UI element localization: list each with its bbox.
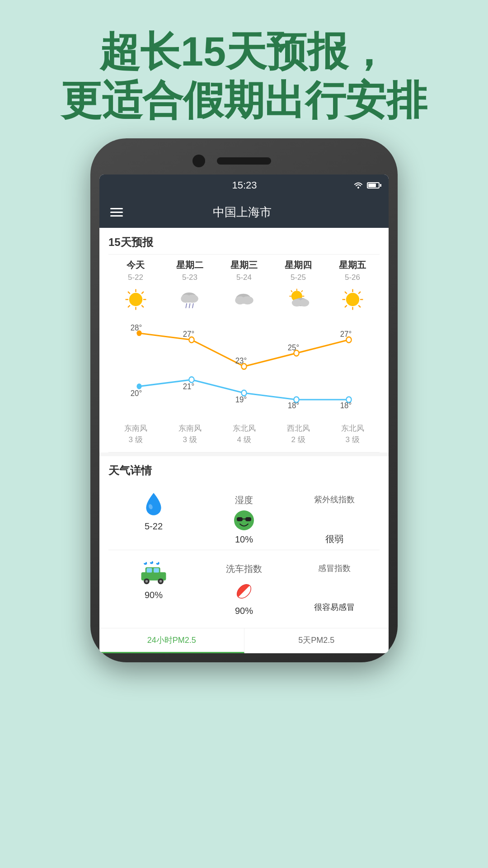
wind-dir-5: 东北风 bbox=[341, 423, 364, 434]
svg-text:20°: 20° bbox=[131, 388, 142, 398]
phone-outer: 15:23 bbox=[90, 138, 398, 662]
forecast-title: 15天预报 bbox=[108, 235, 380, 250]
wind-dir-1: 东南风 bbox=[124, 423, 147, 434]
day-name-5: 星期五 bbox=[339, 259, 366, 271]
svg-rect-60 bbox=[245, 517, 251, 521]
wifi-icon bbox=[353, 182, 363, 189]
weather-icon-rain-2 bbox=[176, 286, 203, 313]
wind-4: 西北风 2 级 bbox=[271, 423, 325, 445]
svg-line-6 bbox=[128, 292, 130, 294]
humidity-label-item: 湿度 bbox=[199, 485, 289, 550]
details-section: 天气详情 5-22 bbox=[99, 453, 389, 628]
uv-percent: 10% bbox=[235, 534, 253, 545]
status-bar: 15:23 bbox=[99, 175, 389, 196]
phone-camera bbox=[192, 155, 205, 167]
app-content: 15天预报 今天 5-22 bbox=[99, 228, 389, 653]
battery-icon bbox=[367, 182, 380, 189]
wind-lvl-3: 4 级 bbox=[237, 434, 251, 445]
svg-line-7 bbox=[141, 305, 144, 307]
svg-line-15 bbox=[192, 303, 193, 307]
svg-point-27 bbox=[299, 299, 309, 307]
day-date-2: 5-23 bbox=[182, 273, 197, 282]
svg-line-36 bbox=[345, 305, 347, 307]
uv-label: 紫外线指数 bbox=[314, 494, 355, 505]
day-name-1: 今天 bbox=[127, 259, 145, 271]
svg-rect-59 bbox=[237, 517, 243, 521]
forecast-day-3: 星期三 5-24 bbox=[217, 259, 271, 315]
svg-text:27°: 27° bbox=[340, 330, 352, 339]
svg-point-18 bbox=[242, 296, 253, 304]
svg-text:18°: 18° bbox=[340, 401, 352, 410]
svg-point-67 bbox=[160, 580, 162, 582]
wind-dir-4: 西北风 bbox=[287, 423, 310, 434]
wind-1: 东南风 3 级 bbox=[108, 423, 163, 445]
svg-text:21°: 21° bbox=[183, 382, 194, 391]
wind-lvl-2: 3 级 bbox=[183, 434, 197, 445]
city-name: 中国上海市 bbox=[123, 204, 361, 220]
svg-line-34 bbox=[358, 305, 361, 307]
wind-dir-3: 东北风 bbox=[233, 423, 256, 434]
forecast-section: 15天预报 今天 5-22 bbox=[99, 228, 389, 453]
svg-text:18°: 18° bbox=[288, 401, 299, 410]
day-date-3: 5-24 bbox=[236, 273, 252, 282]
humidity-item: 5-22 bbox=[108, 485, 199, 550]
day-date-1: 5-22 bbox=[128, 273, 143, 282]
bottom-tabs: 24小时PM2.5 5天PM2.5 bbox=[99, 628, 389, 653]
humidity-value: 5-22 bbox=[145, 521, 163, 532]
temp-chart: 28° 27° 23° 25° 27° bbox=[108, 319, 380, 419]
day-date-5: 5-26 bbox=[345, 273, 360, 282]
svg-rect-69 bbox=[154, 568, 159, 572]
svg-point-28 bbox=[346, 292, 359, 306]
cold-value: 很容易感冒 bbox=[314, 602, 355, 613]
status-icons bbox=[353, 182, 380, 189]
tab-pm25-5d[interactable]: 5天PM2.5 bbox=[244, 628, 389, 653]
details-title: 天气详情 bbox=[108, 463, 380, 478]
svg-text:23°: 23° bbox=[235, 356, 247, 365]
carwash-label-item: 洗车指数 90% bbox=[199, 554, 289, 621]
forecast-day-5: 星期五 5-26 bbox=[325, 259, 380, 315]
app-topbar: 中国上海市 bbox=[99, 196, 389, 228]
wind-2: 东南风 3 级 bbox=[163, 423, 217, 445]
forecast-day-1: 今天 5-22 bbox=[108, 259, 163, 315]
svg-point-0 bbox=[357, 187, 359, 189]
weather-icon-sunny-1 bbox=[122, 286, 149, 313]
carwash-label: 洗车指数 bbox=[226, 563, 262, 575]
svg-point-1 bbox=[129, 292, 142, 306]
wind-3: 东北风 4 级 bbox=[217, 423, 271, 445]
humidity-label: 湿度 bbox=[235, 494, 253, 506]
wind-info: 东南风 3 级 东南风 3 级 东北风 4 级 西北风 bbox=[108, 419, 380, 453]
wind-lvl-1: 3 级 bbox=[128, 434, 142, 445]
cold-item: 感冒指数 很容易感冒 bbox=[289, 554, 380, 621]
uv-value: 很弱 bbox=[325, 533, 343, 545]
svg-line-21 bbox=[301, 290, 302, 292]
forecast-day-2: 星期二 5-23 bbox=[163, 259, 217, 315]
weather-icon-cloud-3 bbox=[230, 286, 258, 313]
phone-speaker bbox=[217, 157, 271, 165]
uv-item: 紫外线指数 很弱 bbox=[289, 485, 380, 550]
header-title: 超长15天预报， 更适合假期出行安排 bbox=[18, 27, 470, 125]
phone-top-bar bbox=[99, 147, 389, 175]
carwash-icon bbox=[139, 558, 168, 587]
details-grid-2: 90% 洗车指数 bbox=[108, 554, 380, 621]
day-date-4: 5-25 bbox=[291, 273, 306, 282]
svg-line-9 bbox=[128, 305, 130, 307]
tab-pm25-24h[interactable]: 24小时PM2.5 bbox=[99, 628, 244, 653]
wind-lvl-5: 3 级 bbox=[345, 434, 359, 445]
wind-dir-2: 东南风 bbox=[178, 423, 202, 434]
svg-line-24 bbox=[291, 290, 292, 292]
day-name-4: 星期四 bbox=[285, 259, 312, 271]
svg-text:28°: 28° bbox=[131, 324, 142, 332]
svg-line-33 bbox=[345, 292, 347, 294]
weather-icon-partly-4 bbox=[285, 286, 312, 313]
svg-rect-68 bbox=[146, 568, 152, 572]
forecast-days: 今天 5-22 bbox=[108, 255, 380, 319]
hamburger-menu[interactable] bbox=[110, 208, 123, 217]
phone-frame: 15:23 bbox=[90, 138, 398, 662]
humidity-icon bbox=[139, 490, 168, 519]
cold-label: 感冒指数 bbox=[318, 563, 351, 574]
day-name-2: 星期二 bbox=[176, 259, 203, 271]
carwash-value: 90% bbox=[145, 590, 163, 600]
cold-percent: 90% bbox=[235, 606, 253, 616]
details-grid: 5-22 湿度 bbox=[108, 485, 380, 550]
svg-line-14 bbox=[189, 303, 190, 307]
